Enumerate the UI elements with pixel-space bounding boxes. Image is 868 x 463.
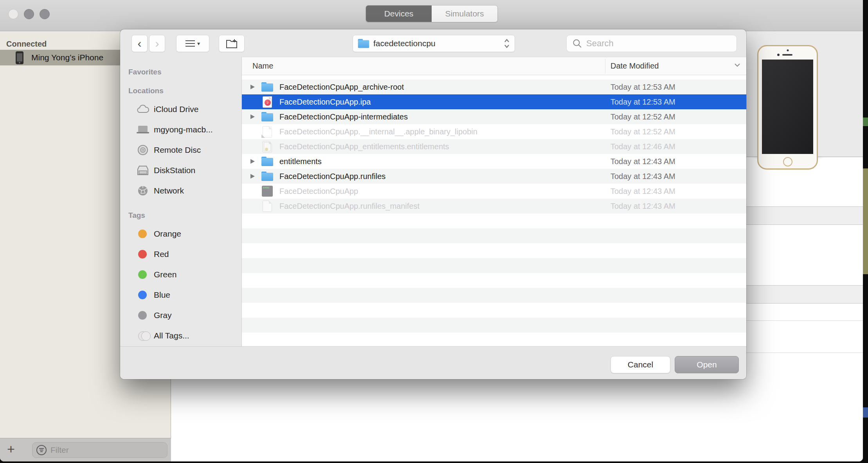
empty-row: [242, 228, 746, 243]
disclosure-triangle-icon[interactable]: [250, 159, 255, 164]
devices-simulators-segmented-control: Devices Simulators: [366, 5, 498, 22]
sidebar-tag-blue[interactable]: Blue: [120, 285, 241, 305]
laptop-icon: [135, 123, 151, 136]
tag-label: All Tags...: [154, 331, 189, 340]
folder-icon: [261, 81, 274, 93]
forward-button[interactable]: ›: [149, 35, 165, 52]
entitlements-file-icon: [261, 141, 274, 152]
zoom-window-icon[interactable]: [40, 9, 50, 19]
sidebar-item-label: mgyong-macb...: [154, 125, 213, 134]
document-icon: [261, 200, 274, 212]
section-band: [736, 206, 863, 225]
sidebar-item-label: iCloud Drive: [154, 105, 198, 114]
ipa-file-icon: [261, 96, 274, 108]
sidebar-item-remote-disc[interactable]: Remote Disc: [120, 140, 241, 160]
dialog-toolbar: ‹ › ▾ facedetectioncpu: [120, 29, 746, 57]
sidebar-item-label: DiskStation: [154, 166, 195, 175]
device-name-label: Ming Yong’s iPhone: [31, 50, 103, 65]
file-row-intermediates[interactable]: FaceDetectionCpuApp-intermediates Today …: [242, 109, 746, 124]
column-divider[interactable]: [605, 59, 605, 74]
file-row-runfiles-folder[interactable]: FaceDetectionCpuApp.runfiles Today at 12…: [242, 169, 746, 184]
folder-icon: [261, 156, 274, 167]
desktop-edge: [863, 118, 868, 126]
folder-icon: [261, 170, 274, 182]
filter-input[interactable]: Filter: [32, 442, 167, 458]
tag-label: Red: [154, 250, 169, 259]
search-placeholder: Search: [586, 38, 614, 49]
connected-section-label: Connected: [6, 40, 47, 49]
sidebar-all-tags[interactable]: All Tags...: [120, 326, 241, 346]
close-window-icon[interactable]: [8, 9, 18, 19]
tag-label: Green: [154, 270, 176, 279]
minimize-window-icon[interactable]: [24, 9, 34, 19]
stepper-chevrons-icon: [504, 38, 510, 49]
sidebar-item-icloud-drive[interactable]: iCloud Drive: [120, 99, 241, 119]
file-row-ipa-selected[interactable]: FaceDetectionCpuApp.ipa Today at 12:53 A…: [242, 94, 746, 109]
search-input[interactable]: Search: [566, 35, 737, 52]
sidebar-item-mgyong-macbook[interactable]: mgyong-macb...: [120, 119, 241, 140]
file-row-archive-root[interactable]: FaceDetectionCpuApp_archive-root Today a…: [242, 80, 746, 94]
list-header: Name Date Modified: [242, 57, 746, 75]
sidebar-item-network[interactable]: Network: [120, 181, 241, 201]
sort-direction-icon[interactable]: [734, 63, 741, 67]
desktop-edge: [863, 168, 868, 274]
icloud-drive-icon: [135, 103, 151, 116]
file-name: FaceDetectionCpuApp.runfiles: [279, 172, 385, 181]
sidebar-item-diskstation[interactable]: DiskStation: [120, 160, 241, 181]
dialog-sidebar: Favorites Locations iCloud Drive mg: [120, 57, 242, 346]
filter-icon: [36, 445, 47, 455]
chevron-right-icon: ›: [155, 38, 159, 49]
list-view-icon: [185, 38, 195, 49]
folder-icon: [261, 111, 274, 123]
column-header-name[interactable]: Name: [252, 57, 273, 75]
diskstation-icon: [135, 164, 151, 177]
sidebar-tag-orange[interactable]: Orange: [120, 224, 241, 244]
filter-placeholder: Filter: [50, 445, 69, 455]
new-folder-icon: [225, 38, 238, 49]
tags-section-label: Tags: [128, 211, 241, 220]
file-list: Name Date Modified FaceDetectionCpuApp_a…: [242, 57, 746, 346]
remote-disc-icon: [135, 143, 151, 157]
desktop-edge: [863, 407, 868, 418]
file-row-entitlements-folder[interactable]: entitlements Today at 12:43 AM: [242, 154, 746, 169]
view-options-button[interactable]: ▾: [176, 35, 209, 52]
sidebar-tag-gray[interactable]: Gray: [120, 305, 241, 326]
disclosure-triangle-icon[interactable]: [250, 174, 255, 179]
column-header-date-modified[interactable]: Date Modified: [610, 57, 659, 75]
sidebar-tag-green[interactable]: Green: [120, 264, 241, 285]
sidebar-tag-red[interactable]: Red: [120, 244, 241, 264]
current-folder-name: facedetectioncpu: [373, 39, 436, 48]
add-device-button[interactable]: +: [7, 441, 15, 457]
empty-row: [242, 318, 746, 333]
empty-row: [242, 258, 746, 273]
sidebar-bottom-bar: + Filter: [0, 438, 171, 461]
empty-row: [242, 243, 746, 258]
file-name: FaceDetectionCpuApp.runfiles_manifest: [279, 202, 420, 211]
tag-label: Orange: [154, 229, 181, 239]
file-date: Today at 12:43 AM: [610, 172, 675, 181]
file-row-lipobin: FaceDetectionCpuApp.__internal__.apple_b…: [242, 124, 746, 139]
file-row-runfiles-manifest: FaceDetectionCpuApp.runfiles_manifest To…: [242, 199, 746, 213]
tag-label: Gray: [154, 311, 172, 320]
unix-executable-icon: [261, 185, 274, 197]
divider: [736, 320, 863, 321]
new-folder-button[interactable]: [219, 35, 245, 52]
file-name: FaceDetectionCpuApp_archive-root: [279, 83, 404, 92]
back-button[interactable]: ‹: [131, 35, 148, 52]
red-tag-icon: [138, 250, 147, 259]
current-folder-dropdown[interactable]: facedetectioncpu: [353, 35, 515, 52]
gray-tag-icon: [138, 311, 147, 320]
title-bar[interactable]: Devices Simulators: [0, 0, 863, 31]
iphone-icon: [16, 51, 23, 64]
disclosure-triangle-icon[interactable]: [250, 85, 255, 89]
tab-simulators[interactable]: Simulators: [432, 5, 497, 22]
file-name: FaceDetectionCpuApp.ipa: [279, 98, 371, 107]
open-button[interactable]: Open: [675, 356, 739, 373]
tab-devices[interactable]: Devices: [366, 5, 432, 22]
file-date: Today at 12:52 AM: [610, 127, 675, 136]
disclosure-triangle-icon[interactable]: [250, 114, 255, 119]
iphone-home-button: [783, 157, 792, 166]
cancel-button[interactable]: Cancel: [610, 356, 670, 373]
iphone-sensor-dot: [777, 54, 780, 56]
iphone-speaker: [782, 54, 792, 56]
